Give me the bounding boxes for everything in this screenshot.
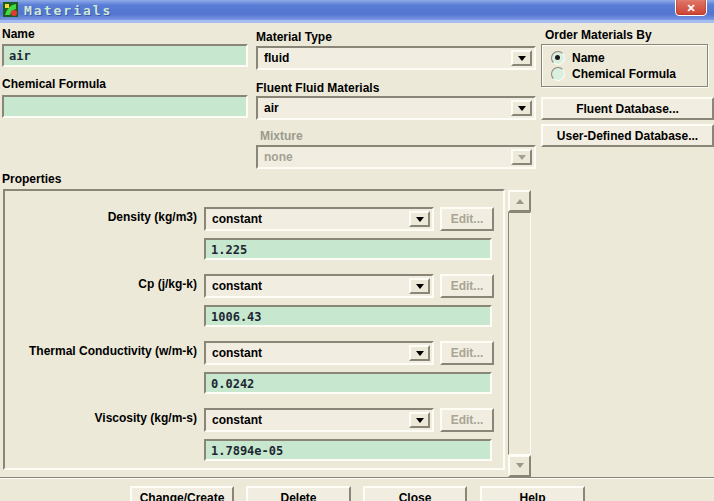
fluent-fluid-materials-value: air bbox=[264, 101, 279, 115]
user-defined-database-button[interactable]: User-Defined Database... bbox=[541, 124, 714, 147]
thermal-conductivity-method-value: constant bbox=[212, 346, 262, 360]
viscosity-label: Viscosity (kg/m-s) bbox=[11, 411, 197, 425]
fluent-app-icon bbox=[3, 2, 18, 17]
materials-dialog: Materials ✕ Name air Chemical Formula Ma… bbox=[0, 0, 714, 501]
order-by-chemical-formula-label: Chemical Formula bbox=[572, 67, 676, 81]
scroll-down-icon[interactable] bbox=[508, 455, 531, 477]
chevron-down-icon[interactable] bbox=[409, 412, 430, 428]
viscosity-edit-button[interactable]: Edit... bbox=[440, 408, 494, 432]
chemical-formula-label: Chemical Formula bbox=[2, 77, 106, 91]
thermal-conductivity-method-dropdown[interactable]: constant bbox=[204, 341, 434, 365]
properties-panel: Density (kg/m3) constant Edit... 1.225 C… bbox=[3, 189, 505, 470]
window-title: Materials bbox=[24, 3, 112, 18]
cp-method-dropdown[interactable]: constant bbox=[204, 274, 434, 298]
name-label: Name bbox=[2, 27, 35, 41]
title-bar[interactable]: Materials ✕ bbox=[0, 0, 714, 23]
radio-unselected-icon[interactable] bbox=[551, 67, 565, 81]
viscosity-method-dropdown[interactable]: constant bbox=[204, 408, 434, 432]
cp-label: Cp (j/kg-k) bbox=[11, 277, 197, 291]
radio-selected-icon[interactable] bbox=[551, 51, 565, 65]
cp-value-input[interactable]: 1006.43 bbox=[204, 305, 492, 327]
bottom-separator bbox=[0, 477, 714, 479]
density-value-input[interactable]: 1.225 bbox=[204, 238, 492, 260]
order-materials-by-group: Name Chemical Formula bbox=[541, 44, 708, 87]
cp-method-value: constant bbox=[212, 279, 262, 293]
viscosity-method-value: constant bbox=[212, 413, 262, 427]
mixture-label: Mixture bbox=[260, 129, 303, 143]
mixture-dropdown: none bbox=[256, 145, 536, 169]
fluent-fluid-materials-dropdown[interactable]: air bbox=[256, 96, 536, 120]
chevron-down-icon[interactable] bbox=[409, 278, 430, 294]
mixture-value: none bbox=[264, 150, 293, 164]
material-type-label: Material Type bbox=[256, 30, 332, 44]
chevron-down-icon[interactable] bbox=[511, 50, 532, 66]
close-button[interactable]: ✕ bbox=[675, 0, 707, 16]
density-edit-button[interactable]: Edit... bbox=[440, 207, 494, 231]
close-dialog-button[interactable]: Close bbox=[363, 486, 467, 501]
viscosity-value-input[interactable]: 1.7894e-05 bbox=[204, 439, 492, 461]
delete-button[interactable]: Delete bbox=[246, 486, 351, 501]
scroll-up-icon[interactable] bbox=[508, 190, 531, 212]
fluent-database-button[interactable]: Fluent Database... bbox=[541, 97, 714, 120]
order-by-name-label: Name bbox=[572, 51, 605, 65]
thermal-conductivity-value-input[interactable]: 0.0242 bbox=[204, 372, 492, 394]
thermal-conductivity-edit-button[interactable]: Edit... bbox=[440, 341, 494, 365]
name-input[interactable]: air bbox=[2, 44, 248, 67]
density-method-dropdown[interactable]: constant bbox=[204, 207, 434, 231]
scrollbar-trough[interactable] bbox=[508, 212, 531, 455]
properties-scrollbar[interactable] bbox=[508, 190, 531, 477]
fluent-fluid-materials-label: Fluent Fluid Materials bbox=[256, 81, 379, 95]
change-create-button[interactable]: Change/Create bbox=[130, 486, 234, 501]
chevron-down-icon bbox=[511, 149, 532, 165]
chevron-down-icon[interactable] bbox=[409, 345, 430, 361]
density-method-value: constant bbox=[212, 212, 262, 226]
density-label: Density (kg/m3) bbox=[11, 210, 197, 224]
thermal-conductivity-label: Thermal Conductivity (w/m-k) bbox=[11, 344, 197, 358]
properties-label: Properties bbox=[2, 172, 61, 186]
chevron-down-icon[interactable] bbox=[511, 100, 532, 116]
help-button[interactable]: Help bbox=[480, 486, 585, 501]
material-type-value: fluid bbox=[264, 51, 289, 65]
chevron-down-icon[interactable] bbox=[409, 211, 430, 227]
cp-edit-button[interactable]: Edit... bbox=[440, 274, 494, 298]
material-type-dropdown[interactable]: fluid bbox=[256, 46, 536, 70]
order-materials-by-label: Order Materials By bbox=[545, 28, 652, 42]
chemical-formula-input[interactable] bbox=[2, 95, 248, 118]
